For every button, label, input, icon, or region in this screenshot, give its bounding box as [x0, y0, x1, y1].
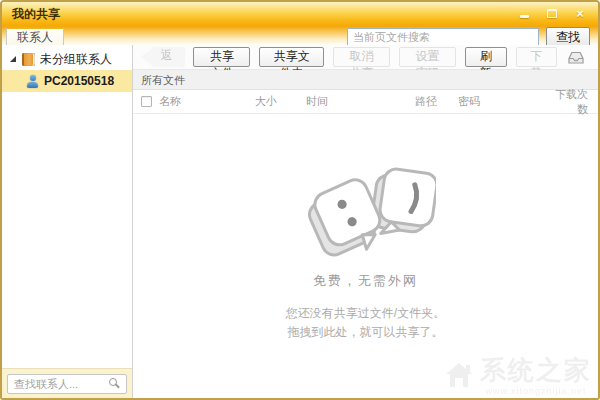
tab-contacts[interactable]: 联系人: [6, 27, 64, 45]
house-logo-icon: [442, 360, 476, 390]
column-path[interactable]: 路径: [415, 94, 458, 109]
my-share-window: 我的共享 × 联系人 查找 未分组联系人 PC20150518: [0, 0, 600, 400]
expander-icon[interactable]: [10, 56, 16, 62]
address-book-icon: [22, 53, 35, 66]
share-folder-button[interactable]: 共享文件夹: [259, 47, 324, 67]
column-password[interactable]: 密码: [458, 94, 546, 109]
watermark: 系统之家 www.xitongzhijia.net: [442, 353, 592, 396]
contact-search-area: [2, 368, 132, 398]
maximize-icon[interactable]: [544, 5, 560, 21]
window-body: 未分组联系人 PC20150518 返回 共享文件 共享文件夹 取消共享: [2, 45, 598, 398]
empty-hint-line2: 拖拽到此处，就可以共享了。: [286, 323, 445, 342]
contacts-sidebar: 未分组联系人 PC20150518: [2, 45, 133, 398]
tab-strip: 联系人 查找: [2, 26, 598, 45]
titlebar[interactable]: 我的共享 ×: [2, 2, 598, 26]
select-all-checkbox[interactable]: [141, 96, 152, 107]
person-icon: [26, 75, 39, 88]
window-title: 我的共享: [12, 6, 60, 23]
watermark-title: 系统之家: [480, 353, 592, 388]
minimize-icon[interactable]: [516, 5, 532, 21]
download-button[interactable]: 下载: [516, 47, 557, 67]
set-password-button[interactable]: 设置密码: [399, 47, 456, 67]
column-time[interactable]: 时间: [306, 94, 415, 109]
all-files-bar: 所有文件: [133, 70, 598, 90]
close-icon[interactable]: ×: [572, 5, 588, 21]
empty-tagline: 免费，无需外网: [313, 272, 418, 290]
column-size[interactable]: 大小: [255, 94, 306, 109]
back-button[interactable]: 返回: [141, 47, 184, 67]
watermark-url: www.xitongzhijia.net: [485, 386, 586, 396]
file-search-bar: 查找: [347, 27, 590, 47]
contact-tree: 未分组联系人 PC20150518: [2, 45, 132, 368]
file-search-input[interactable]: [347, 28, 539, 46]
cancel-share-button[interactable]: 取消共享: [333, 47, 390, 67]
empty-share-illustration: [296, 164, 436, 264]
share-file-button[interactable]: 共享文件: [193, 47, 250, 67]
column-downloads[interactable]: 下载次数: [546, 87, 598, 117]
contact-group-row[interactable]: 未分组联系人: [2, 48, 132, 70]
share-content: 返回 共享文件 共享文件夹 取消共享 设置密码 刷新 下载 所有文件 名称 大: [133, 45, 598, 398]
share-toolbar: 返回 共享文件 共享文件夹 取消共享 设置密码 刷新 下载: [133, 45, 598, 70]
window-controls: ×: [516, 4, 588, 22]
search-icon[interactable]: [109, 378, 117, 386]
find-button[interactable]: 查找: [546, 27, 590, 47]
contact-item-row[interactable]: PC20150518: [2, 70, 132, 92]
column-name[interactable]: 名称: [159, 94, 255, 109]
download-tray-icon[interactable]: [566, 50, 586, 65]
empty-hint-line1: 您还没有共享过文件/文件夹。: [286, 304, 445, 323]
contact-label: PC20150518: [44, 74, 114, 88]
refresh-button[interactable]: 刷新: [465, 47, 506, 67]
file-table-header: 名称 大小 时间 路径 密码 下载次数: [133, 90, 598, 114]
group-label: 未分组联系人: [40, 51, 112, 68]
empty-hint: 您还没有共享过文件/文件夹。 拖拽到此处，就可以共享了。: [286, 304, 445, 341]
